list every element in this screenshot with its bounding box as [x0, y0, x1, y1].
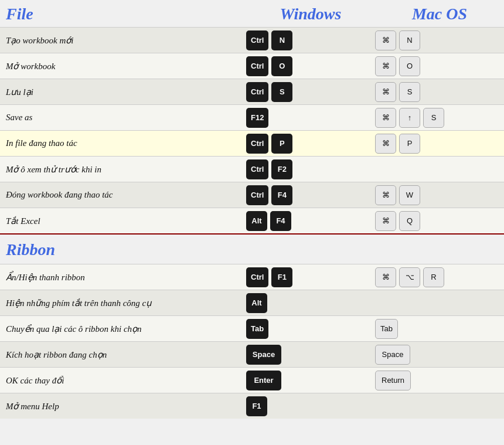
keyboard-key: Space: [375, 345, 410, 365]
action-label: Chuyển qua lại các ô ribbon khi chọn: [0, 320, 246, 338]
header-windows: Windows: [246, 5, 375, 23]
macos-keys: Space: [375, 342, 504, 367]
macos-keys: [375, 167, 504, 172]
keyboard-key: Ctrl: [246, 134, 268, 154]
keyboard-key: F12: [246, 108, 268, 128]
keyboard-key: ⌘: [375, 30, 396, 50]
keyboard-key: ↑: [399, 108, 420, 128]
windows-keys: CtrlO: [246, 54, 375, 79]
main-container: File Windows Mac OS Tạo workbook mớiCtrl…: [0, 0, 504, 419]
keyboard-key: ⌥: [399, 267, 420, 287]
windows-keys: Space: [246, 342, 375, 367]
table-row: In file đang thao tácCtrlP⌘P: [0, 130, 504, 156]
windows-keys: Alt: [246, 291, 375, 315]
keyboard-key: Alt: [246, 211, 267, 231]
keyboard-key: Ctrl: [246, 82, 268, 102]
keyboard-key: S: [271, 82, 292, 102]
keyboard-key: Enter: [246, 371, 281, 390]
keyboard-key: R: [423, 267, 444, 287]
keyboard-key: Ctrl: [246, 30, 268, 50]
macos-keys: Tab: [375, 317, 504, 341]
keyboard-key: W: [399, 185, 420, 205]
action-label: Mở menu Help: [0, 398, 246, 415]
table-row: Tắt ExcelAltF4⌘Q: [0, 208, 504, 233]
keyboard-key: ⌘: [375, 267, 396, 287]
keyboard-key: N: [271, 30, 292, 50]
macos-keys: ⌘W: [375, 183, 504, 208]
windows-keys: Tab: [246, 317, 375, 341]
action-label: Đóng workbook đang thao tác: [0, 186, 246, 203]
keyboard-key: S: [399, 82, 420, 102]
keyboard-key: Alt: [246, 293, 267, 313]
keyboard-key: S: [423, 108, 444, 128]
macos-keys: [375, 301, 504, 305]
keyboard-key: Ctrl: [246, 267, 268, 287]
keyboard-key: ⌘: [375, 108, 396, 128]
keyboard-key: Ctrl: [246, 56, 268, 76]
macos-keys: ⌘O: [375, 54, 504, 79]
macos-keys: ⌘⌥R: [375, 265, 504, 290]
table-row: Mở ô xem thử trước khi inCtrlF2: [0, 156, 504, 182]
macos-keys: ⌘S: [375, 80, 504, 104]
macos-keys: ⌘N: [375, 28, 504, 53]
action-label: Tạo workbook mới: [0, 32, 246, 49]
keyboard-key: F2: [271, 159, 292, 179]
windows-keys: AltF4: [246, 209, 375, 233]
keyboard-key: P: [399, 134, 420, 154]
action-label: Mở ô xem thử trước khi in: [0, 161, 246, 178]
keyboard-key: F4: [271, 185, 292, 205]
keyboard-key: O: [271, 56, 292, 76]
keyboard-key: ⌘: [375, 134, 396, 154]
header-row: File Windows Mac OS: [0, 0, 504, 27]
action-label: OK các thay đổi: [0, 372, 246, 389]
keyboard-key: Space: [246, 345, 281, 365]
table-row: Mở menu HelpF1: [0, 393, 504, 419]
windows-keys: CtrlN: [246, 28, 375, 53]
keyboard-key: Tab: [246, 319, 268, 339]
macos-keys: Return: [375, 368, 504, 393]
ribbon-section-header: Ribbon: [0, 233, 504, 264]
keyboard-key: N: [399, 30, 420, 50]
action-label: Ẩn/Hiện thanh ribbon: [0, 269, 246, 286]
action-label: Save as: [0, 109, 246, 126]
windows-keys: Enter: [246, 368, 375, 393]
macos-keys: [375, 404, 504, 409]
keyboard-key: ⌘: [375, 56, 396, 76]
windows-keys: CtrlF2: [246, 157, 375, 182]
keyboard-key: ⌘: [375, 185, 396, 205]
table-row: Kích hoạt ribbon đang chọnSpaceSpace: [0, 341, 504, 367]
keyboard-key: F1: [246, 396, 267, 416]
table-row: Mở workbookCtrlO⌘O: [0, 53, 504, 79]
table-row: Tạo workbook mớiCtrlN⌘N: [0, 27, 504, 53]
table-row: Lưu lạiCtrlS⌘S: [0, 79, 504, 104]
keyboard-key: Tab: [375, 319, 398, 339]
keyboard-key: Ctrl: [246, 185, 268, 205]
macos-keys: ⌘P: [375, 131, 504, 156]
header-macos: Mac OS: [375, 5, 504, 23]
keyboard-key: F1: [271, 267, 292, 287]
keyboard-key: Q: [399, 211, 420, 231]
table-row: Chuyển qua lại các ô ribbon khi chọnTabT…: [0, 315, 504, 341]
keyboard-key: ⌘: [375, 211, 396, 231]
action-label: In file đang thao tác: [0, 135, 246, 152]
keyboard-key: ⌘: [375, 82, 396, 102]
action-label: Kích hoạt ribbon đang chọn: [0, 346, 246, 364]
keyboard-key: F4: [270, 211, 291, 231]
action-label: Mở workbook: [0, 57, 246, 75]
macos-keys: ⌘↑S: [375, 106, 504, 130]
windows-keys: CtrlF4: [246, 183, 375, 208]
keyboard-key: Return: [375, 371, 411, 390]
windows-keys: CtrlS: [246, 80, 375, 104]
windows-keys: F1: [246, 394, 375, 419]
windows-keys: F12: [246, 106, 375, 130]
keyboard-key: O: [399, 56, 420, 76]
macos-keys: ⌘Q: [375, 209, 504, 233]
table-row: Ẩn/Hiện thanh ribbonCtrlF1⌘⌥R: [0, 264, 504, 290]
action-label: Tắt Excel: [0, 212, 246, 230]
windows-keys: CtrlF1: [246, 265, 375, 290]
table-row: Hiện những phím tắt trên thanh công cụAl…: [0, 290, 504, 315]
header-file: File: [0, 5, 246, 23]
windows-keys: CtrlP: [246, 131, 375, 156]
action-label: Lưu lại: [0, 83, 246, 101]
keyboard-key: P: [271, 134, 292, 154]
